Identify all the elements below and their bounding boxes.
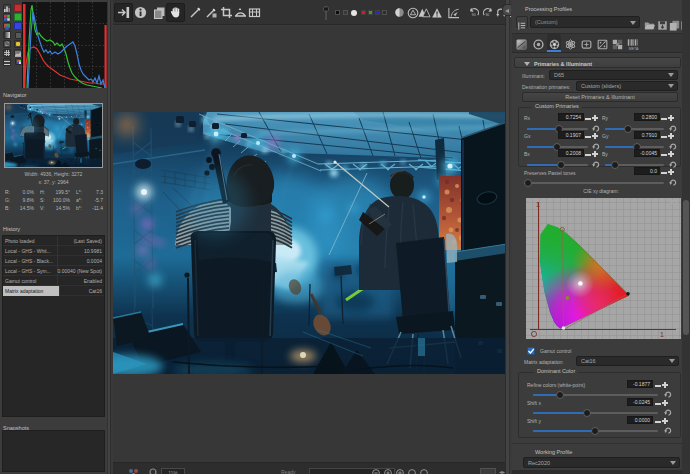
svg-text:90: 90	[471, 13, 475, 17]
svg-text:90: 90	[485, 13, 489, 17]
svg-text:1: 1	[536, 201, 540, 208]
svg-text:META: META	[629, 47, 639, 51]
svg-text:1: 1	[660, 331, 664, 338]
